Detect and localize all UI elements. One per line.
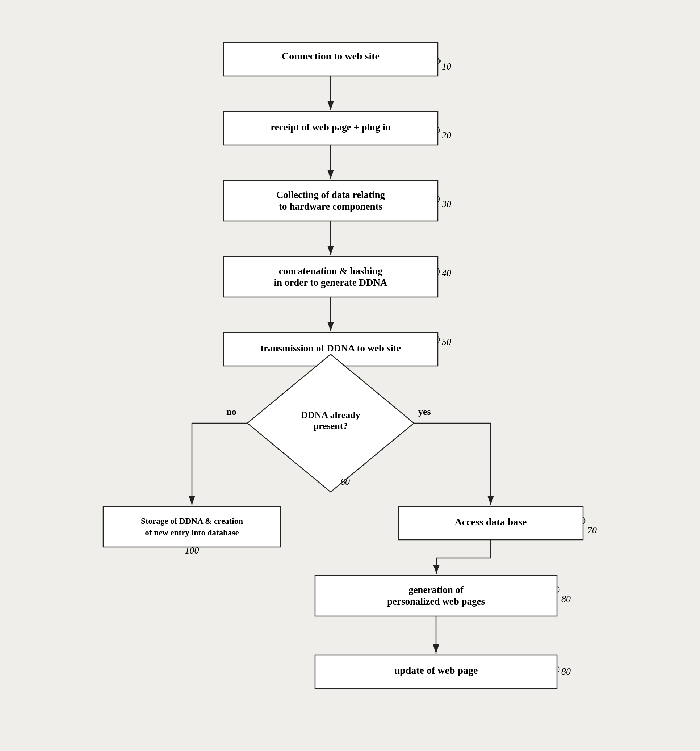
svg-line-14 [331, 383, 338, 391]
label-n20: receipt of web page + plug in [270, 122, 390, 133]
label-yes: yes [418, 406, 431, 417]
ref-80b: 80 [561, 666, 571, 677]
svg-rect-6 [224, 181, 438, 221]
label-n40-1: concatenation & hashing [279, 266, 383, 277]
label-n50: transmission of DDNA to web site [261, 343, 401, 354]
ref-10: 10 [442, 61, 451, 72]
ref-40: 40 [442, 268, 451, 278]
label-n100-2: of new entry into database [145, 528, 239, 537]
label-n80a-1: generation of [409, 584, 464, 595]
label-n70: Access data base [455, 516, 527, 527]
ref-100: 100 [185, 545, 199, 556]
ref-50: 50 [442, 337, 451, 347]
label-n80a-2: personalized web pages [387, 596, 485, 607]
label-n60-2: present? [314, 420, 348, 431]
ref-70: 70 [587, 525, 597, 535]
label-n10: Connection to web site [282, 50, 379, 62]
label-no: no [226, 406, 236, 417]
ref-60: 60 [341, 476, 350, 487]
label-n60-1: DDNA already [301, 410, 360, 420]
svg-line-13 [324, 383, 331, 391]
svg-rect-17 [398, 507, 583, 540]
svg-rect-2 [224, 43, 438, 76]
label-n30-1: Collecting of data relating [276, 190, 385, 200]
svg-rect-4 [224, 111, 438, 145]
flowchart-svg: Connection to web site 10 receipt of web… [0, 0, 700, 751]
ref-30: 30 [441, 199, 451, 209]
label-n80b: update of web page [394, 665, 478, 676]
diagram-container: Connection to web site 10 receipt of web… [0, 0, 700, 751]
label-n30-2: to hardware components [279, 201, 382, 212]
svg-rect-8 [224, 257, 438, 297]
svg-rect-21 [315, 575, 557, 616]
svg-rect-26 [103, 507, 281, 547]
svg-rect-23 [315, 655, 557, 688]
diamond-shape [247, 354, 414, 492]
label-n40-2: in order to generate DDNA [274, 277, 387, 288]
label-n100-1: Storage of DDNA & creation [141, 517, 243, 526]
svg-rect-10 [224, 332, 438, 366]
ref-20: 20 [442, 130, 451, 141]
ref-80a: 80 [561, 594, 571, 604]
